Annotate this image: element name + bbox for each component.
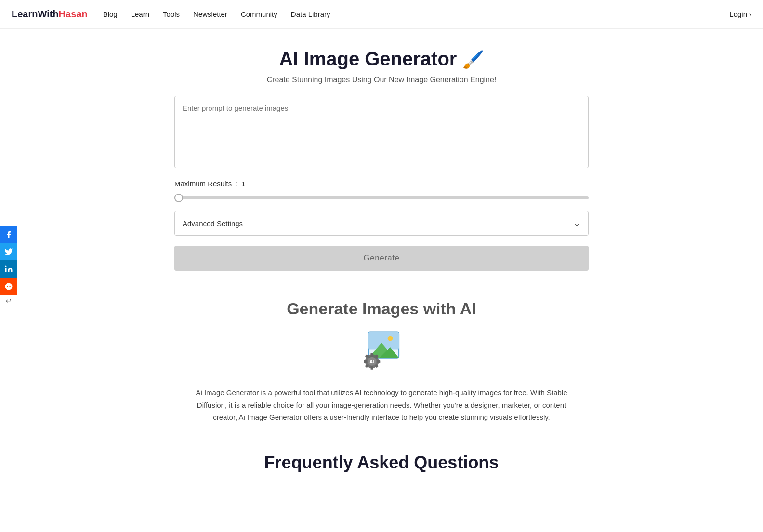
social-collapse-button[interactable]: ↩ xyxy=(0,295,17,307)
nav-community[interactable]: Community xyxy=(241,10,277,18)
reddit-button[interactable] xyxy=(0,278,17,295)
social-sidebar: ↩ xyxy=(0,226,17,307)
navbar: LearnWithHasan Blog Learn Tools Newslett… xyxy=(0,0,763,29)
twitter-button[interactable] xyxy=(0,243,17,260)
pencil-emoji: 🖌️ xyxy=(462,50,484,69)
nav-links: Blog Learn Tools Newsletter Community Da… xyxy=(103,10,730,19)
chevron-right-icon: › xyxy=(749,10,751,18)
prompt-input[interactable] xyxy=(174,96,589,168)
ai-image-icon: AI xyxy=(357,330,406,373)
description-text: Ai Image Generator is a powerful tool th… xyxy=(184,387,579,424)
nav-data-library[interactable]: Data Library xyxy=(291,10,330,18)
faq-title: Frequently Asked Questions xyxy=(174,453,589,473)
svg-rect-9 xyxy=(371,353,373,357)
max-results-row: Maximum Results : 1 xyxy=(174,180,589,188)
nav-learn[interactable]: Learn xyxy=(131,10,149,18)
login-button[interactable]: Login › xyxy=(729,10,751,18)
generate-section-title: Generate Images with AI xyxy=(174,299,589,318)
max-results-label: Maximum Results xyxy=(174,180,232,188)
ai-icon-container: AI xyxy=(174,330,589,373)
chevron-down-icon: ⌄ xyxy=(573,218,580,229)
advanced-settings-label: Advanced Settings xyxy=(183,220,243,228)
brand-learn-text: LearnWith xyxy=(12,9,59,19)
svg-rect-11 xyxy=(364,360,367,363)
svg-point-1 xyxy=(5,283,13,290)
svg-rect-12 xyxy=(377,360,380,363)
facebook-button[interactable] xyxy=(0,226,17,243)
results-slider[interactable] xyxy=(174,196,589,199)
svg-rect-10 xyxy=(371,366,373,370)
generate-button[interactable]: Generate xyxy=(174,246,589,271)
svg-point-0 xyxy=(5,265,7,267)
svg-text:AI: AI xyxy=(369,359,375,364)
generate-section: Generate Images with AI xyxy=(174,299,589,424)
nav-tools[interactable]: Tools xyxy=(163,10,180,18)
linkedin-button[interactable] xyxy=(0,260,17,278)
svg-point-4 xyxy=(388,336,393,341)
advanced-settings-toggle[interactable]: Advanced Settings ⌄ xyxy=(174,211,589,236)
nav-newsletter[interactable]: Newsletter xyxy=(193,10,227,18)
brand-logo[interactable]: LearnWithHasan xyxy=(12,9,88,20)
page-subtitle: Create Stunning Images Using Our New Ima… xyxy=(174,76,589,84)
main-content: AI Image Generator 🖌️ Create Stunning Im… xyxy=(165,29,598,502)
max-results-separator: : xyxy=(236,180,237,188)
slider-container xyxy=(174,193,589,201)
faq-section: Frequently Asked Questions xyxy=(174,453,589,473)
nav-blog[interactable]: Blog xyxy=(103,10,118,18)
max-results-value: 1 xyxy=(241,180,245,188)
brand-hasan-text: Hasan xyxy=(59,9,88,19)
page-title: AI Image Generator 🖌️ xyxy=(174,48,589,70)
